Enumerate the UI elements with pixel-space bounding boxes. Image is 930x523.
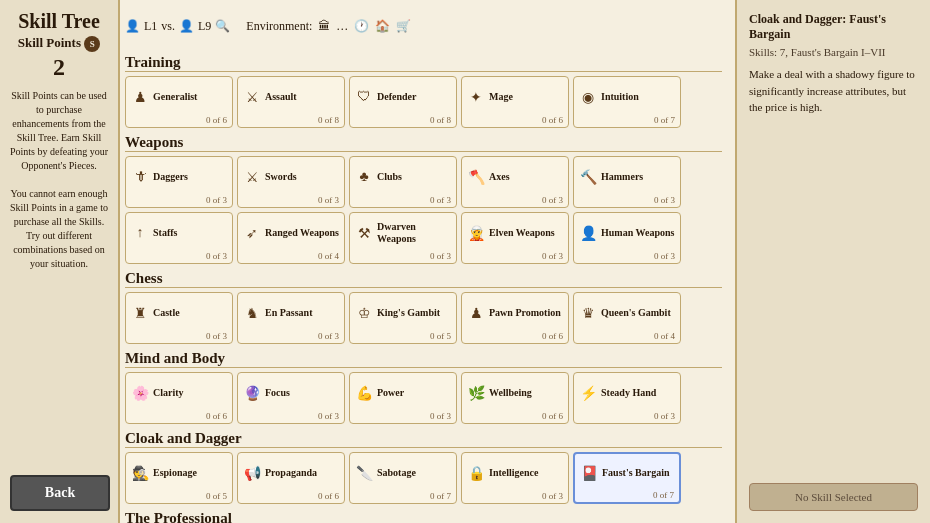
skill-name: Faust's Bargain (602, 467, 674, 479)
skill-card[interactable]: 🎴Faust's Bargain0 of 7 (573, 452, 681, 504)
skill-card[interactable]: 👤Human Weapons0 of 3 (573, 212, 681, 264)
skill-count: 0 of 3 (355, 411, 451, 421)
player-icon-2: 👤 (179, 19, 194, 34)
skill-name: Steady Hand (601, 387, 675, 399)
skill-card[interactable]: 🌿Wellbeing0 of 6 (461, 372, 569, 424)
skill-icon: ♜ (131, 305, 149, 322)
skill-card[interactable]: ♣Clubs0 of 3 (349, 156, 457, 208)
skill-card[interactable]: 🪓Axes0 of 3 (461, 156, 569, 208)
skill-count: 0 of 3 (131, 331, 227, 341)
skill-card[interactable]: ⚔Assault0 of 8 (237, 76, 345, 128)
category-title: Training (125, 54, 722, 72)
skill-icon: ➶ (243, 225, 261, 242)
skill-detail-title: Cloak and Dagger: Faust's Bargain (749, 12, 918, 42)
category-title: Chess (125, 270, 722, 288)
skill-card[interactable]: ♟Generalist0 of 6 (125, 76, 233, 128)
skill-icon: 💪 (355, 385, 373, 402)
env-icon-3: 🕐 (354, 19, 369, 34)
skill-card[interactable]: 💪Power0 of 3 (349, 372, 457, 424)
skill-name: Intuition (601, 91, 675, 103)
category-title: Weapons (125, 134, 722, 152)
skill-icon: ⚡ (579, 385, 597, 402)
skill-count: 0 of 4 (579, 331, 675, 341)
skill-card[interactable]: ⚔Swords0 of 3 (237, 156, 345, 208)
environment-info: Environment: 🏛 … 🕐 🏠 🛒 (246, 19, 411, 34)
skill-card[interactable]: 🔒Intelligence0 of 3 (461, 452, 569, 504)
skill-name: Queen's Gambit (601, 307, 675, 319)
skill-card[interactable]: ⚒Dwarven Weapons0 of 3 (349, 212, 457, 264)
sidebar-title: Skill Tree (18, 10, 100, 33)
main-skills-area: Training♟Generalist0 of 6⚔Assault0 of 8🛡… (125, 44, 730, 523)
sp-icon: S (84, 36, 100, 52)
skills-grid: ♜Castle0 of 3♞En Passant0 of 3♔King's Ga… (125, 292, 722, 344)
sp-count: 2 (53, 54, 65, 81)
skill-icon: 🧝 (467, 225, 485, 242)
skill-card[interactable]: ♜Castle0 of 3 (125, 292, 233, 344)
back-button[interactable]: Back (10, 475, 110, 511)
vs-label: vs. (161, 19, 175, 34)
skill-card[interactable]: ♛Queen's Gambit0 of 4 (573, 292, 681, 344)
skill-name: Pawn Promotion (489, 307, 563, 319)
skill-name: Generalist (153, 91, 227, 103)
skill-icon: ◉ (579, 89, 597, 106)
skills-grid: 🕵Espionage0 of 5📢Propaganda0 of 6🔪Sabota… (125, 452, 722, 504)
skill-card[interactable]: ♟Pawn Promotion0 of 6 (461, 292, 569, 344)
category-title: Mind and Body (125, 350, 722, 368)
category-title: The Professional (125, 510, 722, 523)
skill-icon: ♣ (355, 169, 373, 185)
skill-card[interactable]: ◉Intuition0 of 7 (573, 76, 681, 128)
skill-count: 0 of 3 (131, 195, 227, 205)
skill-card[interactable]: 🔮Focus0 of 3 (237, 372, 345, 424)
skill-name: Power (377, 387, 451, 399)
skill-icon: 🔮 (243, 385, 261, 402)
skill-name: Clarity (153, 387, 227, 399)
skill-card[interactable]: ⚡Steady Hand0 of 3 (573, 372, 681, 424)
player1-level: L1 (144, 19, 157, 34)
skill-card[interactable]: ♞En Passant0 of 3 (237, 292, 345, 344)
env-icon-4: 🏠 (375, 19, 390, 34)
skill-card[interactable]: 🔪Sabotage0 of 7 (349, 452, 457, 504)
skill-card[interactable]: 🧝Elven Weapons0 of 3 (461, 212, 569, 264)
skill-count: 0 of 6 (467, 331, 563, 341)
player-icon-1: 👤 (125, 19, 140, 34)
skill-count: 0 of 3 (243, 411, 339, 421)
skill-icon: ⚔ (243, 169, 261, 186)
skill-card[interactable]: 🗡Daggers0 of 3 (125, 156, 233, 208)
skill-name: Human Weapons (601, 227, 675, 239)
env-icon-2: … (336, 19, 348, 34)
skill-icon: 🔨 (579, 169, 597, 186)
skill-icon: ⚔ (243, 89, 261, 106)
skill-name: En Passant (265, 307, 339, 319)
skill-icon: 🗡 (131, 169, 149, 185)
skill-count: 0 of 7 (579, 115, 675, 125)
skill-name: Ranged Weapons (265, 227, 339, 239)
skill-card[interactable]: ♔King's Gambit0 of 5 (349, 292, 457, 344)
search-icon[interactable]: 🔍 (215, 19, 230, 34)
skill-detail-desc: Make a deal with a shadowy figure to sig… (749, 66, 918, 483)
skill-card[interactable]: 🕵Espionage0 of 5 (125, 452, 233, 504)
category-title: Cloak and Dagger (125, 430, 722, 448)
skill-count: 0 of 3 (355, 251, 451, 261)
skill-count: 0 of 5 (131, 491, 227, 501)
skill-icon: 📢 (243, 465, 261, 482)
skill-count: 0 of 3 (355, 195, 451, 205)
skill-card[interactable]: 🌸Clarity0 of 6 (125, 372, 233, 424)
skill-name: Propaganda (265, 467, 339, 479)
skill-name: King's Gambit (377, 307, 451, 319)
skill-card[interactable]: ✦Mage0 of 6 (461, 76, 569, 128)
skill-count: 0 of 3 (579, 195, 675, 205)
skill-count: 0 of 8 (355, 115, 451, 125)
skill-icon: ↑ (131, 225, 149, 241)
skill-name: Hammers (601, 171, 675, 183)
skill-card[interactable]: 🛡Defender0 of 8 (349, 76, 457, 128)
sidebar-description: Skill Points can be used to purchase enh… (8, 89, 110, 271)
skill-card[interactable]: ➶Ranged Weapons0 of 4 (237, 212, 345, 264)
skill-count: 0 of 3 (131, 251, 227, 261)
skill-count: 0 of 6 (467, 115, 563, 125)
skill-icon: 🕵 (131, 465, 149, 482)
no-skill-button[interactable]: No Skill Selected (749, 483, 918, 511)
skill-card[interactable]: 📢Propaganda0 of 6 (237, 452, 345, 504)
skill-name: Staffs (153, 227, 227, 239)
skill-card[interactable]: 🔨Hammers0 of 3 (573, 156, 681, 208)
skill-card[interactable]: ↑Staffs0 of 3 (125, 212, 233, 264)
